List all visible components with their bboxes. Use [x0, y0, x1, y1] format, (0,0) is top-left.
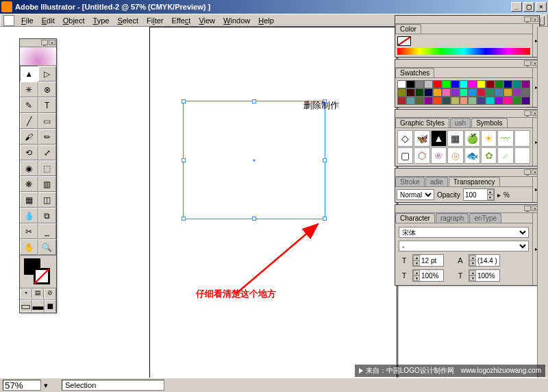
- panel-min-icon[interactable]: _: [524, 206, 531, 211]
- style-item[interactable]: ▲: [431, 130, 447, 147]
- font-size-input[interactable]: ▴▾: [412, 254, 444, 267]
- character-tab[interactable]: Character: [395, 213, 435, 223]
- pencil-tool[interactable]: ✏: [38, 129, 57, 145]
- swatch[interactable]: [460, 80, 469, 88]
- magic-wand-tool[interactable]: ✳: [20, 82, 38, 97]
- normal-screen-btn[interactable]: ▭: [20, 299, 32, 313]
- stroke-tab[interactable]: Stroke: [395, 177, 425, 186]
- graphic-styles-tab[interactable]: Graphic Styles: [395, 118, 449, 127]
- swatch[interactable]: [521, 97, 530, 105]
- swatch[interactable]: [415, 80, 424, 88]
- color-tab[interactable]: Color: [395, 24, 421, 34]
- swatch[interactable]: [460, 97, 469, 105]
- swatch[interactable]: [503, 80, 512, 88]
- blend-tool[interactable]: ⧉: [38, 208, 57, 223]
- direct-selection-tool[interactable]: ▷: [38, 66, 57, 82]
- line-tool[interactable]: ╱: [20, 113, 38, 129]
- swatch[interactable]: [442, 80, 451, 88]
- swatch[interactable]: [468, 97, 477, 105]
- zoom-dropdown-icon[interactable]: ▾: [44, 381, 48, 390]
- free-transform-tool[interactable]: ⬚: [38, 160, 57, 176]
- handle-mr[interactable]: [323, 158, 327, 162]
- opentype-tab[interactable]: enType: [469, 213, 501, 223]
- swatch[interactable]: [512, 80, 521, 88]
- menu-filter[interactable]: Filter: [142, 15, 167, 26]
- zoom-field[interactable]: [3, 380, 41, 391]
- menu-help[interactable]: Help: [254, 15, 278, 26]
- swatch[interactable]: [468, 80, 477, 88]
- eyedropper-tool[interactable]: 💧: [20, 208, 38, 223]
- handle-ml[interactable]: [182, 158, 186, 162]
- gradient-tab[interactable]: adie: [425, 177, 448, 186]
- menu-edit[interactable]: Edit: [38, 15, 59, 26]
- menu-file[interactable]: File: [17, 15, 38, 26]
- warp-tool[interactable]: ◉: [20, 160, 38, 176]
- toolbox-min-icon[interactable]: _: [41, 40, 48, 45]
- style-item[interactable]: ▦: [447, 130, 463, 147]
- type-tool[interactable]: T: [38, 97, 57, 113]
- style-item[interactable]: ⟋: [497, 147, 513, 164]
- selection-rectangle[interactable]: [183, 101, 325, 219]
- swatch[interactable]: [495, 80, 503, 88]
- stroke-swatch[interactable]: [34, 268, 50, 284]
- swatch[interactable]: [433, 88, 442, 97]
- swatch[interactable]: [451, 97, 460, 105]
- scissors-tool[interactable]: ⎯: [38, 223, 57, 239]
- swatch[interactable]: [397, 97, 406, 105]
- handle-tm[interactable]: [252, 99, 256, 103]
- swatch[interactable]: [424, 80, 433, 88]
- panel-min-icon[interactable]: _: [524, 60, 531, 66]
- leading-input[interactable]: ▴▾: [469, 254, 500, 267]
- swatch[interactable]: [486, 88, 495, 97]
- swatch[interactable]: [512, 97, 521, 105]
- handle-bm[interactable]: [252, 217, 256, 221]
- color-mode-btn[interactable]: ▪: [20, 289, 32, 299]
- style-item[interactable]: 🦋: [414, 130, 429, 147]
- opacity-input[interactable]: ▴▾: [463, 188, 495, 201]
- gradient-mode-btn[interactable]: ▤: [32, 289, 45, 299]
- handle-br[interactable]: [323, 217, 327, 221]
- graph-tool[interactable]: ▥: [38, 176, 57, 192]
- paintbrush-tool[interactable]: 🖌: [20, 129, 38, 145]
- swatches-tab[interactable]: Swatches: [395, 68, 434, 77]
- panel-min-icon[interactable]: _: [524, 16, 531, 22]
- full-menu-screen-btn[interactable]: ▬: [32, 299, 45, 313]
- swatch[interactable]: [406, 80, 415, 88]
- pen-tool[interactable]: ✎: [20, 97, 38, 113]
- swatch[interactable]: [406, 97, 415, 105]
- panel-close-icon[interactable]: ×: [532, 16, 538, 22]
- close-button[interactable]: ×: [536, 2, 547, 12]
- swatch[interactable]: [503, 88, 512, 97]
- menu-window[interactable]: Window: [219, 15, 254, 26]
- scale-tool[interactable]: ⤢: [38, 145, 57, 160]
- menu-select[interactable]: Select: [113, 15, 142, 26]
- color-spectrum[interactable]: [397, 48, 530, 55]
- style-item[interactable]: ❀: [431, 147, 447, 164]
- menu-effect[interactable]: Effect: [167, 15, 195, 26]
- swatch[interactable]: [495, 88, 503, 97]
- swatch[interactable]: [477, 97, 486, 105]
- symbol-sprayer-tool[interactable]: ❋: [20, 176, 38, 192]
- style-item[interactable]: ◎: [447, 147, 463, 164]
- toolbox-close-icon[interactable]: ×: [49, 40, 55, 45]
- gradient-tool[interactable]: ◫: [38, 192, 57, 208]
- blend-mode-select[interactable]: Normal: [397, 189, 434, 200]
- swatch[interactable]: [521, 80, 530, 88]
- swatch[interactable]: [477, 80, 486, 88]
- swatch[interactable]: [442, 97, 451, 105]
- swatch[interactable]: [460, 88, 469, 97]
- swatch[interactable]: [397, 88, 406, 97]
- swatch[interactable]: [433, 80, 442, 88]
- status-mode[interactable]: Selection: [62, 380, 164, 391]
- swatch[interactable]: [424, 88, 433, 97]
- hand-tool[interactable]: ✋: [20, 239, 38, 255]
- zoom-tool[interactable]: 🔍: [38, 239, 57, 255]
- swatch[interactable]: [486, 80, 495, 88]
- swatch[interactable]: [521, 88, 530, 97]
- vscale-input[interactable]: ▴▾: [469, 269, 500, 282]
- swatch[interactable]: [433, 97, 442, 105]
- panel-min-icon[interactable]: _: [524, 169, 531, 175]
- menu-type[interactable]: Type: [89, 15, 114, 26]
- swatch[interactable]: [512, 88, 521, 97]
- full-screen-btn[interactable]: ■: [45, 299, 57, 313]
